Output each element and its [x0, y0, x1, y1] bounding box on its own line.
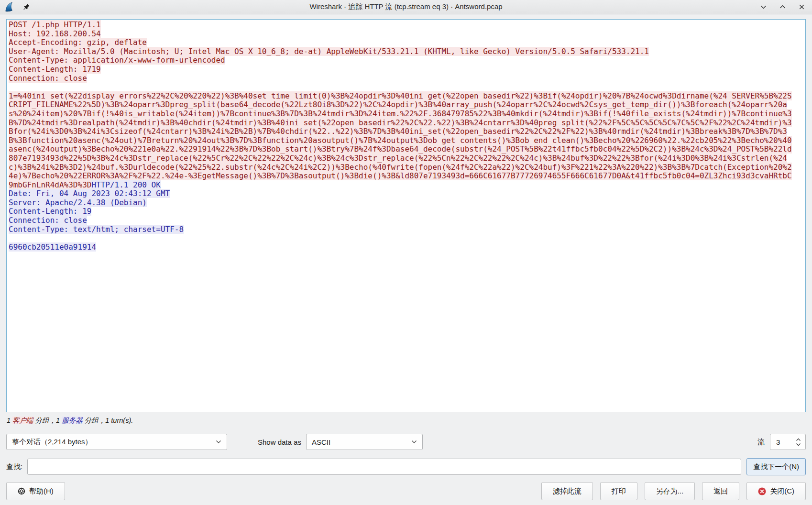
encoding-select[interactable]: ASCII — [306, 434, 423, 450]
titlebar: Wireshark · 追踪 HTTP 流 (tcp.stream eq 3) … — [0, 0, 812, 14]
close-icon[interactable] — [798, 3, 805, 11]
find-next-button[interactable]: 查找下一个(N) — [746, 458, 806, 475]
chevron-down-icon — [216, 440, 221, 444]
save-as-button[interactable]: 另存为... — [645, 482, 695, 500]
stream-number-label: 流 — [757, 438, 765, 447]
spin-up-icon[interactable] — [796, 438, 801, 441]
stats-suffix: 分组，1 turn(s). — [83, 417, 133, 424]
client-request-payload: 1=%40ini_set(%22display_errors%22%2C%20%… — [9, 91, 792, 189]
back-button[interactable]: 返回 — [702, 482, 739, 500]
find-label: 查找: — [6, 462, 22, 472]
spin-down-icon[interactable] — [796, 443, 801, 446]
dialog-buttons-row: 帮助(H) 滤掉此流 打印 另存为... 返回 关闭(C) — [6, 482, 806, 500]
close-button-label: 关闭(C) — [770, 487, 794, 496]
titlebar-icons — [0, 1, 30, 12]
stream-stats-line: 1 客户端 分组，1 服务器 分组，1 turn(s). — [7, 416, 812, 425]
display-options-row: 整个对话（2,214 bytes） Show data as ASCII 流 3 — [6, 434, 806, 450]
conversation-select-value: 整个对话（2,214 bytes） — [12, 438, 92, 447]
pin-icon — [23, 3, 30, 11]
conversation-select[interactable]: 整个对话（2,214 bytes） — [6, 434, 227, 450]
window-title: Wireshark · 追踪 HTTP 流 (tcp.stream eq 3) … — [0, 2, 812, 11]
encoding-select-value: ASCII — [312, 438, 330, 446]
maximize-icon[interactable] — [779, 3, 786, 11]
stats-middle: 分组，1 — [33, 417, 62, 424]
filter-out-stream-button[interactable]: 滤掉此流 — [541, 482, 593, 500]
minimize-icon[interactable] — [759, 3, 767, 11]
stream-number-spinner[interactable]: 3 — [770, 434, 806, 450]
show-data-as-label: Show data as — [258, 438, 301, 446]
close-circle-icon — [758, 487, 766, 495]
wireshark-icon — [4, 1, 15, 12]
stream-number-value: 3 — [776, 438, 780, 446]
server-response-data: HTTP/1.1 200 OK Date: Fri, 04 Aug 2023 0… — [9, 180, 184, 252]
find-input[interactable] — [27, 459, 741, 475]
help-button-label: 帮助(H) — [29, 487, 54, 496]
find-row: 查找: 查找下一个(N) — [6, 458, 806, 475]
print-button[interactable]: 打印 — [600, 482, 637, 500]
stats-prefix: 1 — [7, 417, 12, 424]
stats-client-label: 客户端 — [12, 417, 33, 424]
help-button[interactable]: 帮助(H) — [6, 482, 65, 500]
chevron-down-icon — [411, 440, 417, 444]
help-icon — [18, 487, 25, 495]
stream-content: POST /1.php HTTP/1.1 Host: 192.168.200.5… — [9, 21, 792, 252]
stats-server-label: 服务器 — [62, 417, 83, 424]
follow-stream-text-area[interactable]: POST /1.php HTTP/1.1 Host: 192.168.200.5… — [6, 19, 806, 412]
close-button[interactable]: 关闭(C) — [746, 482, 806, 500]
client-request-headers: POST /1.php HTTP/1.1 Host: 192.168.200.5… — [9, 20, 649, 83]
